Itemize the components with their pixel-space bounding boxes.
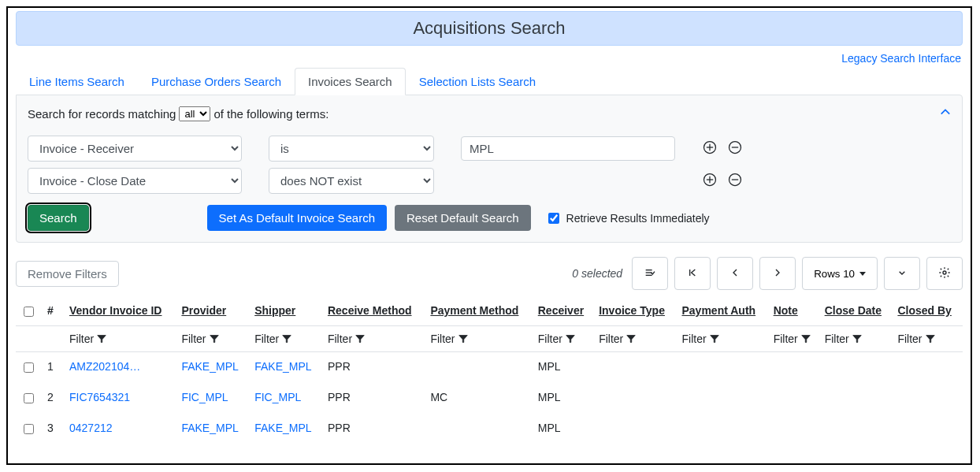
reset-default-button[interactable]: Reset Default Search bbox=[395, 205, 531, 231]
row-checkbox[interactable] bbox=[24, 424, 34, 434]
svg-marker-15 bbox=[98, 336, 106, 343]
expand-button[interactable] bbox=[884, 257, 920, 290]
column-filter[interactable]: Filter bbox=[430, 333, 467, 345]
receiver: MPL bbox=[533, 414, 594, 444]
svg-marker-16 bbox=[210, 336, 218, 343]
filter-label: Filter bbox=[538, 333, 562, 345]
select-all-checkbox[interactable] bbox=[24, 307, 34, 317]
note bbox=[769, 383, 820, 414]
prev-page-button[interactable] bbox=[717, 257, 753, 290]
column-filter[interactable]: Filter bbox=[825, 333, 862, 345]
close-date bbox=[820, 414, 893, 444]
search-panel: Search for records matching all of the f… bbox=[16, 95, 963, 243]
svg-marker-20 bbox=[566, 336, 575, 343]
col-shipper[interactable]: Shipper bbox=[250, 298, 323, 326]
column-filter[interactable]: Filter bbox=[681, 333, 718, 345]
column-filter[interactable]: Filter bbox=[538, 333, 575, 345]
filter-icon bbox=[97, 334, 106, 344]
filter-icon bbox=[852, 334, 862, 344]
legacy-search-link[interactable]: Legacy Search Interface bbox=[841, 52, 961, 65]
remove-filters-button[interactable]: Remove Filters bbox=[16, 261, 119, 287]
term-field-select[interactable]: Invoice - Close Date bbox=[28, 168, 242, 194]
provider-link[interactable]: FIC_MPL bbox=[181, 391, 228, 403]
retrieve-immediately-text: Retrieve Results Immediately bbox=[566, 212, 710, 225]
results-table: # Vendor Invoice ID Provider Shipper Rec… bbox=[16, 298, 963, 444]
minus-icon[interactable] bbox=[727, 172, 743, 190]
tab-invoices[interactable]: Invoices Search bbox=[295, 68, 406, 95]
col-closed-by[interactable]: Closed By bbox=[893, 298, 963, 326]
closed-by bbox=[893, 414, 963, 444]
row-checkbox[interactable] bbox=[24, 362, 34, 373]
filter-label: Filter bbox=[430, 333, 455, 345]
vendor-invoice-link[interactable]: AMZ202104… bbox=[69, 360, 140, 373]
payment-auth bbox=[677, 352, 768, 384]
shipper-link[interactable]: FIC_MPL bbox=[254, 391, 301, 403]
row-checkbox[interactable] bbox=[24, 393, 34, 403]
page-title: Acquisitions Search bbox=[16, 11, 963, 46]
column-filter[interactable]: Filter bbox=[69, 333, 106, 345]
provider-link[interactable]: FAKE_MPL bbox=[181, 360, 238, 373]
vendor-invoice-link[interactable]: 0427212 bbox=[69, 422, 113, 434]
filter-icon bbox=[801, 334, 811, 344]
plus-icon[interactable] bbox=[702, 172, 718, 190]
col-payment-auth[interactable]: Payment Auth bbox=[677, 298, 768, 326]
shipper-link[interactable]: FAKE_MPL bbox=[254, 422, 311, 434]
chevron-down-icon bbox=[896, 266, 908, 281]
col-close-date[interactable]: Close Date bbox=[820, 298, 893, 326]
col-receive-method[interactable]: Receive Method bbox=[323, 298, 425, 326]
col-note[interactable]: Note bbox=[769, 298, 820, 326]
column-filter[interactable]: Filter bbox=[774, 333, 811, 345]
col-provider[interactable]: Provider bbox=[176, 298, 250, 326]
tab-selection-lists[interactable]: Selection Lists Search bbox=[406, 68, 549, 95]
caret-down-icon bbox=[859, 272, 866, 276]
svg-marker-18 bbox=[356, 336, 365, 343]
set-default-button[interactable]: Set As Default Invoice Search bbox=[207, 205, 387, 231]
svg-marker-19 bbox=[458, 336, 467, 343]
payment-method bbox=[425, 414, 533, 444]
next-page-button[interactable] bbox=[759, 257, 796, 290]
column-filter[interactable]: Filter bbox=[328, 333, 365, 345]
row-number: 1 bbox=[43, 352, 65, 384]
minus-icon[interactable] bbox=[727, 139, 743, 158]
chevron-up-icon[interactable] bbox=[940, 106, 951, 120]
filter-label: Filter bbox=[599, 333, 623, 345]
term-op-select[interactable]: does NOT exist bbox=[269, 168, 434, 194]
column-filter[interactable]: Filter bbox=[599, 333, 636, 345]
term-op-select[interactable]: is bbox=[269, 136, 434, 162]
col-payment-method[interactable]: Payment Method bbox=[425, 298, 533, 326]
column-filter[interactable]: Filter bbox=[897, 333, 934, 345]
column-filter[interactable]: Filter bbox=[181, 333, 218, 345]
tab-line-items[interactable]: Line Items Search bbox=[16, 68, 138, 95]
tab-purchase-orders[interactable]: Purchase Orders Search bbox=[138, 68, 295, 95]
receiver: MPL bbox=[533, 383, 594, 414]
filter-label: Filter bbox=[181, 333, 206, 345]
tab-bar: Line Items Search Purchase Orders Search… bbox=[16, 68, 963, 95]
term-value-input[interactable] bbox=[461, 136, 675, 161]
retrieve-immediately-checkbox[interactable] bbox=[548, 213, 559, 224]
rows-per-page-button[interactable]: Rows 10 bbox=[802, 257, 878, 290]
select-actions-button[interactable] bbox=[632, 257, 668, 290]
col-num[interactable]: # bbox=[43, 298, 65, 326]
payment-auth bbox=[677, 383, 768, 414]
col-vendor-invoice-id[interactable]: Vendor Invoice ID bbox=[65, 298, 176, 326]
search-button[interactable]: Search bbox=[28, 205, 89, 231]
col-receiver[interactable]: Receiver bbox=[533, 298, 594, 326]
conjunction-select[interactable]: all bbox=[179, 106, 210, 121]
vendor-invoice-link[interactable]: FIC7654321 bbox=[69, 391, 130, 403]
shipper-link[interactable]: FAKE_MPL bbox=[254, 360, 311, 373]
plus-icon[interactable] bbox=[702, 139, 718, 158]
column-filter[interactable]: Filter bbox=[254, 333, 291, 345]
first-page-icon bbox=[686, 266, 699, 281]
svg-marker-17 bbox=[283, 336, 291, 343]
col-invoice-type[interactable]: Invoice Type bbox=[594, 298, 677, 326]
provider-link[interactable]: FAKE_MPL bbox=[181, 422, 238, 434]
term-row-0: Invoice - Receiver is bbox=[28, 136, 951, 162]
settings-button[interactable] bbox=[926, 257, 963, 290]
first-page-button[interactable] bbox=[674, 257, 711, 290]
term-field-select[interactable]: Invoice - Receiver bbox=[28, 136, 242, 162]
close-date bbox=[820, 383, 893, 414]
receive-method: PPR bbox=[323, 352, 425, 384]
svg-point-14 bbox=[943, 271, 946, 274]
retrieve-immediately-label[interactable]: Retrieve Results Immediately bbox=[545, 210, 710, 226]
term-row-1: Invoice - Close Date does NOT exist bbox=[28, 168, 951, 194]
